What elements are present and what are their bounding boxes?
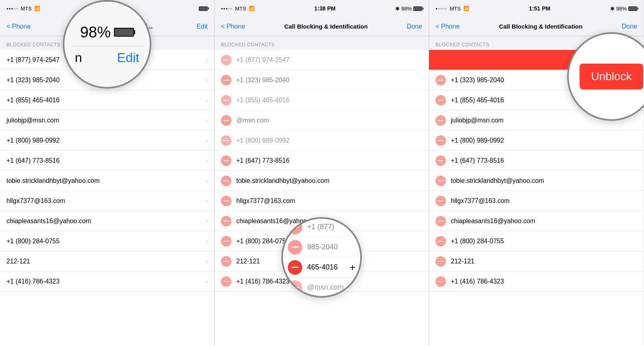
contact-list-1: +1 (877) 974-2547 › +1 (323) 985-2040 › …	[0, 50, 214, 346]
signal-dots-3: ●○○○○	[436, 7, 447, 10]
list-item[interactable]: tobie.stricklandhbyt@yahoo.com ›	[0, 171, 214, 191]
minus-button[interactable]	[221, 236, 231, 247]
list-item[interactable]: 212-121	[429, 251, 644, 271]
minus-button[interactable]	[221, 95, 231, 106]
minus-button[interactable]	[221, 256, 231, 267]
list-item[interactable]: +1 (800) 989-0992	[215, 131, 429, 151]
chevron-icon: ›	[206, 117, 208, 124]
minus-button[interactable]	[436, 135, 446, 146]
minus-button[interactable]	[436, 276, 446, 287]
list-item[interactable]: tobie.stricklandhbyt@yahoo.com	[215, 171, 429, 191]
minus-button[interactable]	[221, 135, 231, 146]
mag2-minus-red[interactable]	[288, 220, 302, 234]
minus-symbol	[223, 261, 229, 262]
minus-button[interactable]	[221, 216, 231, 226]
chevron-icon: ›	[206, 218, 208, 225]
list-item[interactable]: +1 (800) 284-0755 ›	[0, 231, 214, 251]
minus-symbol	[223, 221, 229, 222]
minus-button[interactable]	[221, 176, 231, 186]
minus-button[interactable]	[436, 176, 446, 186]
minus-button[interactable]	[221, 55, 231, 65]
list-item[interactable]: +1 (647) 773-8516	[429, 151, 644, 171]
list-item[interactable]: +1 (855) 465-4016 ›	[0, 90, 214, 110]
list-item[interactable]: +1 (323) 985-2040	[215, 70, 429, 90]
list-item[interactable]: tobie.stricklandhbyt@yahoo.com	[429, 171, 644, 191]
contact-name: +1 (416) 786-4323	[6, 278, 206, 285]
chevron-icon: ›	[206, 238, 208, 245]
minus-button[interactable]	[436, 115, 446, 126]
time-2: 1:38 PM	[314, 5, 336, 12]
minus-button[interactable]	[221, 115, 231, 126]
section-header-2: BLOCKED CONTACTS	[215, 36, 429, 50]
status-right-3: ✱ 98%	[610, 6, 637, 12]
minus-button[interactable]	[221, 276, 231, 287]
list-item[interactable]: hllgx7377@163.com	[215, 191, 429, 211]
minus-button[interactable]	[436, 155, 446, 166]
minus-button[interactable]	[436, 256, 446, 267]
list-item[interactable]: chiapleasants16@yahoo.com	[429, 211, 644, 231]
mag2-contact-partial: +1 (877)	[307, 223, 355, 231]
list-item[interactable]: 212-121 ›	[0, 251, 214, 271]
contact-name: 212-121	[451, 258, 637, 265]
list-item[interactable]: +1 (800) 989-0992	[429, 131, 644, 151]
minus-button[interactable]	[436, 95, 446, 106]
battery-icon-1	[199, 6, 208, 11]
list-item[interactable]: +1 (855) 465-4016	[215, 90, 429, 110]
mag2-minus-sym2	[291, 247, 299, 248]
list-item[interactable]: hllgx7377@163.com ›	[0, 191, 214, 211]
minus-symbol	[438, 180, 444, 181]
chevron-icon: ›	[206, 56, 208, 64]
mag2-minus-red2[interactable]	[288, 240, 302, 255]
list-item[interactable]: juliobjp@msn.com ›	[0, 110, 214, 131]
unblock-button[interactable]: Unblock	[580, 64, 643, 89]
carrier-2: MTS	[235, 6, 246, 12]
back-button-3[interactable]: < Phone	[436, 23, 460, 30]
contact-name: chiapleasants16@yahoo.com	[451, 218, 637, 225]
list-item[interactable]: chiapleasants16@yahoo.com ›	[0, 211, 214, 231]
minus-symbol	[438, 221, 444, 222]
minus-button[interactable]	[436, 236, 446, 247]
contact-name: +1 (855) 465-4016	[236, 97, 422, 104]
minus-button[interactable]	[436, 196, 446, 206]
list-item[interactable]: +1 (416) 786-4323	[429, 271, 644, 292]
list-item[interactable]: +1 (877) 974-2547	[215, 50, 429, 70]
list-item[interactable]: +1 (800) 989-0992 ›	[0, 131, 214, 151]
back-button-2[interactable]: < Phone	[221, 23, 245, 30]
chevron-icon: ›	[206, 278, 208, 285]
contact-name: hllgx7377@163.com	[6, 197, 206, 205]
minus-button[interactable]	[436, 75, 446, 85]
mag2-minus-main[interactable]	[288, 260, 302, 275]
minus-symbol	[223, 60, 229, 60]
list-item[interactable]: +1 (416) 786-4323 ›	[0, 271, 214, 292]
status-bar-2: ●●●○○ MTS 📶 1:38 PM ✱ 98%	[215, 0, 429, 17]
done-button-3[interactable]: Done	[622, 23, 637, 30]
panel-1: ●●●○○ MTS 📶 1:38 PM < Phone Call Blockin…	[0, 0, 215, 346]
edit-button-1[interactable]: Edit	[196, 23, 208, 30]
contact-name: tobie.stricklandhbyt@yahoo.com	[236, 177, 422, 184]
status-right-1	[199, 6, 208, 11]
done-button-2[interactable]: Done	[407, 23, 422, 30]
carrier-3: MTS	[450, 6, 460, 12]
contact-name: +1 (647) 773-8516	[451, 157, 637, 164]
contact-name: +1 (647) 773-8516	[236, 157, 422, 164]
minus-symbol	[438, 80, 444, 81]
minus-button[interactable]	[221, 196, 231, 206]
contact-name: hllgx7377@163.com	[451, 197, 637, 205]
mag2-minus-sym	[291, 226, 299, 228]
status-bar-3: ●○○○○ MTS 📶 1:51 PM ✱ 98%	[429, 0, 644, 17]
list-item[interactable]: @msn.com	[215, 110, 429, 131]
list-item[interactable]: hllgx7377@163.com	[429, 191, 644, 211]
time-3: 1:51 PM	[529, 5, 550, 12]
contact-name: hllgx7377@163.com	[236, 197, 422, 205]
back-button-1[interactable]: < Phone	[6, 23, 31, 30]
minus-button[interactable]	[221, 155, 231, 166]
magnifier-minus-action: +1 (877) 985-2040 465-4016 + @msn.com	[281, 217, 362, 298]
mag2-contact-main: 465-4016	[307, 263, 350, 271]
minus-button[interactable]	[436, 216, 446, 226]
mag1-edit-label[interactable]: Edit	[117, 50, 139, 65]
list-item[interactable]: +1 (800) 284-0755	[429, 231, 644, 251]
list-item[interactable]: +1 (647) 773-8516	[215, 151, 429, 171]
list-item[interactable]: +1 (647) 773-8516 ›	[0, 151, 214, 171]
minus-button[interactable]	[221, 75, 231, 85]
mag2-minus-red3[interactable]	[288, 280, 302, 295]
